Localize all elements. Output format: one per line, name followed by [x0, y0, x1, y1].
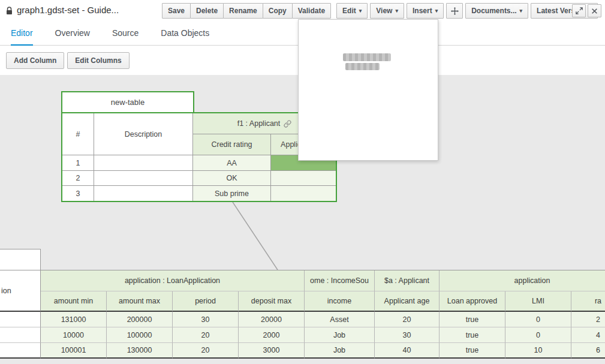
link-icon [284, 120, 291, 128]
table-cell[interactable]: Job [305, 343, 375, 359]
table-cell[interactable]: 100000 [107, 327, 173, 343]
tab-editor[interactable]: Editor [11, 22, 33, 46]
table-cell[interactable]: 4 [571, 327, 605, 343]
table-cell[interactable]: 130000 [107, 343, 173, 359]
table-cell[interactable]: Asset [305, 312, 375, 327]
group-header-application[interactable]: application [440, 270, 605, 291]
panel-controls [572, 4, 601, 17]
group-header-income-source[interactable]: ome : IncomeSou [305, 270, 375, 291]
condition-header-credit-rating[interactable]: Credit rating [193, 134, 271, 155]
move-icon [451, 7, 459, 15]
table-cell[interactable]: 100001 [41, 343, 107, 359]
column-header-lmi[interactable]: LMI [505, 291, 571, 312]
edit-menu-label: Edit [342, 7, 356, 15]
table-cell[interactable]: 0 [505, 327, 571, 343]
applicant-age-cell[interactable] [271, 186, 336, 201]
table-cell[interactable]: true [440, 312, 505, 327]
table-cell[interactable]: 20000 [239, 312, 305, 327]
linked-table-title-cell[interactable] [0, 249, 41, 270]
tab-source[interactable]: Source [112, 22, 139, 45]
table-cell[interactable]: Job [305, 327, 375, 343]
applicant-age-cell[interactable] [271, 171, 336, 186]
row-number-cell[interactable]: 2 [62, 171, 94, 186]
floating-panel [298, 19, 438, 161]
insert-menu-button[interactable]: Insert ▾ [407, 3, 444, 19]
table-cell[interactable]: 6 [571, 343, 605, 359]
credit-rating-cell[interactable]: OK [193, 171, 271, 186]
table-cell[interactable] [0, 327, 41, 343]
close-button[interactable] [588, 4, 601, 17]
table-cell[interactable]: 2 [571, 312, 605, 327]
row-number-cell[interactable]: 1 [62, 155, 94, 171]
redacted-text [343, 53, 391, 61]
add-column-button[interactable]: Add Column [6, 52, 64, 69]
description-cell[interactable] [94, 155, 193, 171]
credit-rating-cell[interactable]: Sub prime [193, 186, 271, 201]
documents-menu-button[interactable]: Documents... ▾ [465, 3, 528, 19]
edit-menu-button[interactable]: Edit ▾ [336, 3, 368, 19]
delete-button[interactable]: Delete [190, 3, 224, 19]
table-cell[interactable]: 2000 [239, 327, 305, 343]
view-menu-button[interactable]: View ▾ [370, 3, 404, 19]
guided-decision-table-graph-editor: ion application : LoanApplication ome : … [0, 0, 605, 364]
save-button[interactable]: Save [162, 3, 191, 19]
redacted-text [345, 63, 380, 70]
caret-down-icon: ▾ [359, 8, 362, 14]
column-header-loan-approved[interactable]: Loan approved [440, 291, 505, 312]
move-tool-button[interactable] [446, 3, 463, 19]
expand-icon [576, 7, 583, 14]
table-cell[interactable]: 131000 [41, 312, 107, 327]
column-header-income[interactable]: income [305, 291, 375, 312]
description-header-clipped[interactable]: ion [0, 270, 41, 312]
description-header[interactable]: Description [94, 113, 193, 155]
column-header-amount-min[interactable]: amount min [41, 291, 107, 312]
rename-button[interactable]: Rename [223, 3, 263, 19]
copy-button[interactable]: Copy [263, 3, 293, 19]
table-cell[interactable] [0, 312, 41, 327]
group-header-applicant[interactable]: $a : Applicant [375, 270, 440, 291]
table-cell[interactable] [0, 343, 41, 359]
row-number-header[interactable]: # [62, 113, 94, 155]
editor-toolbar: Save Delete Rename Copy Validate Edit ▾ … [162, 3, 598, 19]
column-header-rate[interactable]: ra [571, 291, 605, 312]
fact-pattern-label: f1 : Applicant [237, 119, 281, 128]
table-cell[interactable]: 40 [375, 343, 440, 359]
row-number-cell[interactable]: 3 [62, 186, 94, 201]
table-cell[interactable]: 3000 [239, 343, 305, 359]
validate-button[interactable]: Validate [292, 3, 331, 19]
column-header-applicant-age[interactable]: Applicant age [375, 291, 440, 312]
table-cell[interactable]: true [440, 343, 505, 359]
tab-data-objects[interactable]: Data Objects [161, 22, 209, 45]
table-cell[interactable]: 200000 [107, 312, 173, 327]
caret-down-icon: ▾ [520, 8, 523, 14]
caret-down-icon: ▾ [435, 8, 438, 14]
edit-columns-button[interactable]: Edit Columns [67, 52, 129, 69]
asset-title-bar: graph1.gdst-set - Guide... Save Delete R… [0, 0, 605, 22]
description-cell[interactable] [94, 186, 193, 201]
table-cell[interactable]: 10000 [41, 327, 107, 343]
table-cell[interactable]: 20 [173, 343, 239, 359]
table-cell[interactable]: 30 [375, 327, 440, 343]
column-header-period[interactable]: period [173, 291, 239, 312]
expand-button[interactable] [572, 4, 586, 17]
view-menu-label: View [376, 7, 392, 15]
close-icon [591, 8, 598, 14]
table-cell[interactable]: 30 [173, 312, 239, 327]
group-header-loan-application[interactable]: application : LoanApplication [41, 270, 305, 291]
table-cell[interactable]: 0 [505, 312, 571, 327]
insert-menu-label: Insert [413, 7, 432, 15]
linked-decision-table[interactable]: ion application : LoanApplication ome : … [0, 270, 605, 359]
asset-title: graph1.gdst-set - Guide... [17, 5, 119, 15]
column-header-deposit-max[interactable]: deposit max [239, 291, 305, 312]
decision-table-title[interactable]: new-table [61, 91, 194, 112]
table-cell[interactable]: 10 [505, 343, 571, 359]
table-cell[interactable]: 20 [375, 312, 440, 327]
caret-down-icon: ▾ [395, 8, 398, 14]
decision-table[interactable]: # Description f1 : Applicant Credit rati… [61, 112, 337, 202]
credit-rating-cell[interactable]: AA [193, 155, 271, 171]
table-cell[interactable]: true [440, 327, 505, 343]
column-header-amount-max[interactable]: amount max [107, 291, 173, 312]
tab-overview[interactable]: Overview [55, 22, 90, 45]
table-cell[interactable]: 20 [173, 327, 239, 343]
description-cell[interactable] [94, 171, 193, 186]
